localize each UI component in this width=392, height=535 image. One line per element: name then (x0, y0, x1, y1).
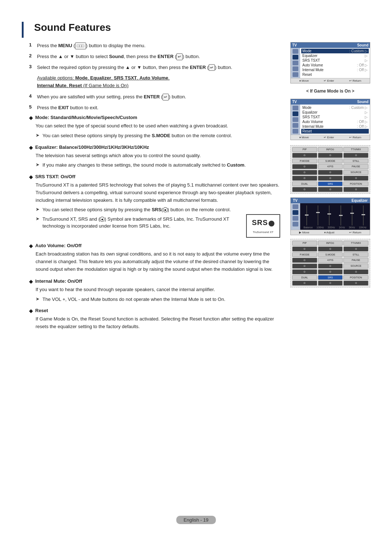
eq-subbullet-text-1: If you make any changes to these setting… (42, 162, 246, 169)
page-footer: English - 19 (176, 516, 216, 524)
eq-subbullet-1: ➤ If you make any changes to these setti… (36, 162, 283, 169)
rb-source: SOURCE (343, 170, 368, 175)
step-2: 2 Press the ▲ or ▼ button to select Soun… (29, 53, 283, 60)
rb2-source: SOURCE (343, 264, 368, 269)
left-column: 1 Press the MENU (□□□) button to display… (29, 42, 283, 336)
tv-menu-2-rows: Mode : Custom ▷ Equalizer ▷ SRS TSXT ▷ (300, 105, 370, 135)
srs-subbullet-text-2: TruSurround XT, SRS and (●) Symbol are t… (42, 216, 280, 238)
srs-subbullet-text-1: You can select these options simply by p… (42, 206, 231, 213)
remote-grid-1: PIP INFO⊙ TTX/MIX ⊙ ⊙ ⊙ P.MODE S.MODE ST… (292, 147, 368, 192)
main-content: 1 Press the MENU (□□□) button to display… (29, 42, 370, 336)
eq-body: Balance 100Hz 300Hz 1KHz 3KHz 10KHz (291, 203, 370, 230)
game-mode-label: < If Game Mode is On > (290, 89, 370, 94)
im-subbullet-text-1: The VOL +, VOL - and Mute buttons do not… (42, 296, 225, 303)
rb-4ps: 4:P/S (318, 164, 343, 169)
tv2-row-label-reset: Reset (302, 129, 312, 133)
row-label-reset: Reset (302, 73, 312, 77)
rb2-circle-8: ⊙ (318, 269, 343, 274)
bullet-mode: ◆ Mode: Standard/Music/Movie/Speech/Cust… (29, 115, 283, 139)
rb-circle-1: ⊙ (292, 153, 317, 158)
srs-logo-box: SRS TruSurround XT (246, 214, 280, 238)
eq-track-balance (306, 205, 307, 225)
eq-slider-3khz (352, 205, 352, 225)
tv2-row-label-mode: Mode (302, 106, 311, 110)
diamond-icon-mode: ◆ (29, 115, 33, 121)
tv2-row-value-av: : Off ▷ (357, 120, 368, 124)
tv-menu-1-header: TV Sound (291, 42, 370, 48)
rb-circle-5: ⊙ (292, 170, 317, 175)
page-container: Sound Features 1 Press the MENU (□□□) bu… (0, 0, 392, 535)
step-text-1: Press the MENU (□□□) button to display t… (37, 42, 146, 49)
rb-circle-2: ⊙ (318, 153, 343, 158)
eq-handle-300hz (327, 213, 331, 215)
tv-menu-row-im: Internal Mute : Off ▷ (301, 68, 369, 72)
eq-handle-3khz (350, 213, 354, 214)
bullet-mode-title: Mode: Standard/Music/Movie/Speech/Custom (35, 115, 137, 120)
rb-circle-7: ⊙ (292, 176, 317, 181)
tv-menu-1-tv-label: TV (292, 43, 297, 47)
diamond-icon-im: ◆ (29, 278, 33, 284)
tv2-row-value-im: : Off ▷ (357, 124, 368, 128)
tv-menu-1-body: Mode : Custom ▷ Equalizer ▷ SRS TSXT ▷ (291, 48, 370, 78)
rb-circle-10: ⊙ (292, 187, 317, 192)
eq-footer: ▶ Move ♦ Adjust ↩ Return (291, 230, 370, 235)
remote-control-1: PIP INFO⊙ TTX/MIX ⊙ ⊙ ⊙ P.MODE S.MODE ST… (290, 145, 370, 194)
rb2-circle-12: ⊙ (343, 281, 368, 286)
bullet-reset-header: ◆ Reset (29, 308, 283, 314)
tv2-row-arrow-eq: ▷ (365, 110, 368, 114)
eq-icon-4 (293, 222, 298, 226)
available-options-note: Available options: Mode, Equalizer, SRS … (37, 74, 283, 90)
bullet-im-title: Internal Mute: On/Off (35, 278, 82, 284)
rb2-ttx: TTX/MIX (343, 241, 368, 246)
rb2-circle-11: ⊙ (318, 281, 343, 286)
tv-menu-row-reset: Reset (301, 72, 369, 77)
rb2-pmode: P.MODE (292, 252, 317, 257)
diamond-icon-eq: ◆ (29, 144, 33, 150)
tv2-icon-3 (293, 117, 298, 122)
eq-slider-1khz (340, 205, 341, 225)
tv-menu-2-footer: ♦ Move ↵ Enter ↩ Return (291, 135, 370, 140)
tv-menu-2-body: Mode : Custom ▷ Equalizer ▷ SRS TSXT ▷ (291, 105, 370, 135)
rb-position: POSITION (343, 181, 368, 186)
tv-menu-2-sound-label: Sound (297, 100, 368, 104)
tv2-row-label-im: Internal Mute (302, 124, 323, 128)
bullet-reset-body: If Game Mode is On, the Reset Sound func… (36, 315, 283, 331)
rb2-info: INFO⊙ (318, 241, 343, 246)
rb-pause: PAUSE (343, 164, 368, 169)
rb-circle-3: ⊙ (343, 153, 368, 158)
eq-tv-label: TV (293, 199, 298, 203)
eq-title-label: Equalizer (352, 199, 368, 203)
rb2-circle-2: ⊙ (318, 246, 343, 252)
tv2-menu-row-srs: SRS TSXT ▷ (301, 115, 369, 119)
step-number-3: 3 (29, 64, 34, 69)
tv-menu-1-footer: ♦ Move ↵ Enter ↩ Return (291, 78, 370, 83)
tv2-menu-row-reset: Reset (301, 129, 369, 134)
eq-slider-balance (306, 205, 307, 225)
rb-circle-6: ⊙ (318, 170, 343, 175)
eq-slider-300hz (329, 205, 330, 225)
eq-footer-adjust: ♦ Adjust (324, 231, 334, 234)
arrow-icon-eq: ➤ (36, 162, 40, 167)
srs-subbullet-1: ➤ You can select these options simply by… (36, 206, 283, 213)
row-arrow-eq: ▷ (365, 54, 368, 58)
eq-icon-2-active (293, 210, 298, 215)
eq-label-1khz: 1KHz (339, 226, 345, 229)
diamond-icon-srs: ◆ (29, 174, 33, 180)
eq-slider-10khz (363, 205, 364, 225)
eq-icon-3 (293, 216, 298, 221)
bullet-srs-header: ◆ SRS TSXT: On/Off (29, 174, 283, 180)
bullet-av-header: ◆ Auto Volume: On/Off (29, 243, 283, 249)
tv-menu-2-icons (291, 105, 300, 135)
tv-menu-row-av: Auto Volume : Off ▷ (301, 63, 369, 68)
eq-label-10khz: 10KHz (359, 226, 367, 229)
rb-circle-4: ⊙ (292, 164, 317, 169)
arrow-icon-srs1: ➤ (36, 207, 40, 212)
tv-icon-4 (293, 66, 298, 71)
tv-menu-1: TV Sound Mode : Custom ▷ (290, 42, 370, 83)
eq-label-300hz: 300Hz (328, 226, 335, 229)
rb2-4ps: 4:P/S (318, 258, 343, 263)
bullet-mode-header: ◆ Mode: Standard/Music/Movie/Speech/Cust… (29, 115, 283, 121)
diamond-icon-reset: ◆ (29, 308, 33, 314)
eq-footer-move: ▶ Move (299, 231, 309, 234)
rb2-position: POSITION (343, 275, 368, 280)
